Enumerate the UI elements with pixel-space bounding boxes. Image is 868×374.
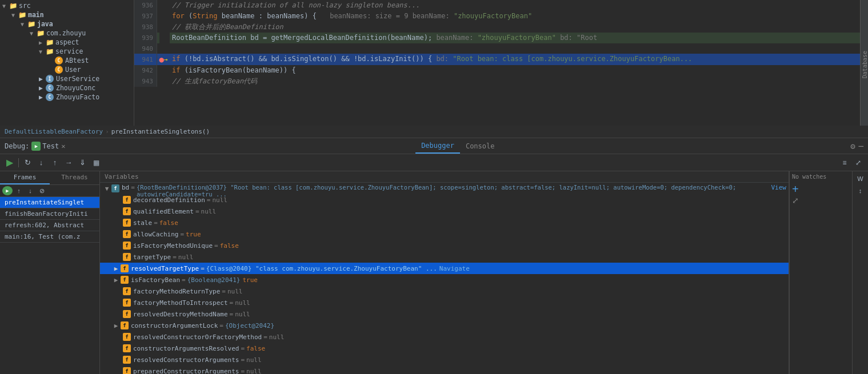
line-number-938: 938 bbox=[134, 22, 157, 33]
right-btn-2[interactable]: ↕ bbox=[855, 186, 866, 196]
tab-debugger[interactable]: Debugger bbox=[415, 138, 460, 154]
tree-java[interactable]: ▼ 📁 java bbox=[0, 19, 134, 29]
code-line-939: RootBeanDefinition bd = getMergedLocalBe… bbox=[170, 33, 860, 43]
var-resolvedConstructorOrFactoryMethod[interactable]: f resolvedConstructorOrFactoryMethod = n… bbox=[100, 331, 789, 343]
tree-com-zhouyu[interactable]: ▼ 📁 com.zhouyu bbox=[0, 29, 134, 38]
tree-src[interactable]: ▼ 📁 src bbox=[0, 1, 134, 10]
view-link[interactable]: View bbox=[771, 184, 787, 191]
tab-console[interactable]: Console bbox=[460, 138, 501, 154]
var-factoryMethodToIntrospect[interactable]: f factoryMethodToIntrospect = null bbox=[100, 297, 789, 308]
step-over-btn[interactable]: ↻ bbox=[21, 156, 34, 169]
right-sidebar[interactable]: Database bbox=[860, 0, 868, 126]
line-number-940: 940 bbox=[134, 43, 157, 54]
line-number-937: 937 bbox=[134, 11, 157, 22]
resume-btn[interactable]: ▶ bbox=[3, 156, 16, 169]
code-line-936: // Trigger initialization of all non-laz… bbox=[170, 0, 860, 11]
stack-frame-4[interactable]: main:16, Test (com.z bbox=[0, 231, 99, 243]
down-btn[interactable]: ↓ bbox=[25, 186, 35, 195]
var-isFactoryBean[interactable]: ▶ f isFactoryBean = {Boolean@2041} true bbox=[100, 274, 789, 285]
var-decoratedDefinition[interactable]: f decoratedDefinition = null bbox=[100, 194, 789, 206]
tree-service[interactable]: ▼ 📁 service bbox=[0, 47, 134, 56]
debug-content: Frames Threads ▶ ↑ ↓ ⊘ preInstantiateSin… bbox=[0, 171, 868, 374]
tree-aspect[interactable]: ▶ 📁 aspect bbox=[0, 38, 134, 47]
tree-zhouyufacto[interactable]: ▶ C ZhouyuFacto bbox=[0, 93, 134, 102]
var-resolvedTargetType[interactable]: ▶ f resolvedTargetType = {Class@2040} "c… bbox=[100, 263, 789, 274]
var-stale[interactable]: f stale = false bbox=[100, 217, 789, 228]
stack-frame-3[interactable]: refresh:602, Abstract bbox=[0, 220, 99, 231]
tree-main[interactable]: ▼ 📁 main bbox=[0, 10, 134, 19]
var-qualifiedElement[interactable]: f qualifiedElement = null bbox=[100, 206, 789, 217]
debug-label: Debug: bbox=[5, 142, 29, 150]
file-tree: ▼ 📁 src ▼ 📁 main ▼ 📁 java ▼ 📁 com.zhouyu… bbox=[0, 0, 134, 126]
debug-toolbar: ▶ ↻ ↓ ↑ → ⇓ ▦ ≡ ⤢ bbox=[0, 154, 868, 171]
watches-panel: No watches + ⤢ bbox=[789, 171, 852, 374]
var-resolvedDestroyMethodName[interactable]: f resolvedDestroyMethodName = null bbox=[100, 308, 789, 320]
debug-header: Debug: ▶ Test ✕ Debugger Console ⚙ ─ bbox=[0, 138, 868, 154]
code-line-943: // 生成factoryBean代码 bbox=[170, 76, 860, 87]
step-out-btn[interactable]: ↑ bbox=[49, 156, 61, 169]
var-preparedConstructorArguments[interactable]: f preparedConstructorArguments = null bbox=[100, 365, 789, 374]
debug-right-toolbar: W ↕ bbox=[852, 171, 868, 374]
navigate-link[interactable]: Navigate bbox=[439, 265, 470, 272]
var-targetType[interactable]: f targetType = null bbox=[100, 251, 789, 263]
line-number-943: 943 bbox=[134, 76, 157, 87]
minimize-btn[interactable]: ─ bbox=[859, 142, 863, 151]
watches-expand-btn[interactable]: ⤢ bbox=[792, 196, 799, 205]
code-line-937: for (String beanName : beanNames) { bean… bbox=[170, 11, 860, 22]
var-resolvedConstructorArguments[interactable]: f resolvedConstructorArguments = null bbox=[100, 354, 789, 365]
var-factoryMethodReturnType[interactable]: f factoryMethodReturnType = null bbox=[100, 285, 789, 297]
var-isFactoryMethodUnique[interactable]: f isFactoryMethodUnique = false bbox=[100, 240, 789, 251]
code-line-941: if (!bd.isAbstract() && bd.isSingleton()… bbox=[170, 54, 860, 65]
stack-frame-1[interactable]: preInstantiateSinglet bbox=[0, 197, 99, 208]
frames-panel: Frames Threads ▶ ↑ ↓ ⊘ preInstantiateSin… bbox=[0, 171, 100, 374]
force-step-into-btn[interactable]: ⇓ bbox=[76, 156, 89, 169]
debug-session-name[interactable]: Test bbox=[42, 142, 59, 150]
breadcrumb-bar: DefaultListableBeanFactory › preInstanti… bbox=[0, 126, 868, 138]
resume-small-btn[interactable]: ▶ bbox=[2, 186, 13, 195]
variables-panel: Variables ▼ f bd = {RootBeanDefinition@2… bbox=[100, 171, 789, 374]
frames-tab[interactable]: Frames bbox=[0, 171, 50, 184]
code-editor: 936 // Trigger initialization of all non… bbox=[134, 0, 860, 126]
right-btn-1[interactable]: W bbox=[855, 174, 866, 184]
stack-frame-2[interactable]: finishBeanFactoryIniti bbox=[0, 208, 99, 220]
line-number-939: 939 bbox=[134, 33, 157, 43]
debug-close-btn[interactable]: ✕ bbox=[61, 142, 65, 150]
breadcrumb-item-1[interactable]: DefaultListableBeanFactory bbox=[5, 128, 103, 135]
tree-zhouyuconc[interactable]: ▶ C ZhouyuConc bbox=[0, 83, 134, 93]
settings-btn[interactable]: ⚙ bbox=[850, 142, 855, 151]
var-bd-row[interactable]: ▼ f bd = {RootBeanDefinition@2037} "Root… bbox=[100, 183, 789, 194]
evaluate-btn[interactable]: ▦ bbox=[90, 156, 102, 169]
breadcrumb-item-2[interactable]: preInstantiateSingletons() bbox=[111, 128, 210, 135]
code-line-938: // 获取合并后的BeanDefinition bbox=[170, 22, 860, 33]
expand-btn[interactable]: ⤢ bbox=[852, 156, 865, 169]
run-to-cursor-btn[interactable]: → bbox=[62, 156, 75, 169]
debug-session-icon: ▶ bbox=[31, 142, 41, 151]
threads-tab[interactable]: Threads bbox=[50, 171, 99, 184]
add-watch-btn[interactable]: + bbox=[792, 183, 799, 195]
breadcrumb-separator: › bbox=[105, 128, 109, 135]
line-number-941: 941 bbox=[134, 54, 157, 65]
var-constructorArgumentsResolved[interactable]: f constructorArgumentsResolved = false bbox=[100, 343, 789, 354]
step-into-btn[interactable]: ↓ bbox=[35, 156, 47, 169]
line-number-936: 936 bbox=[134, 0, 157, 11]
code-line-942: if (isFactoryBean(beanName)) { bbox=[170, 65, 860, 76]
tree-userservice[interactable]: ▶ I UserService bbox=[0, 74, 134, 83]
line-number-942: 942 bbox=[134, 65, 157, 76]
var-constructorArgumentLock[interactable]: ▶ f constructorArgumentLock = {Object@20… bbox=[100, 320, 789, 331]
var-allowCaching[interactable]: f allowCaching = true bbox=[100, 228, 789, 240]
tree-abtest[interactable]: C ABtest bbox=[0, 56, 134, 65]
up-btn[interactable]: ↑ bbox=[14, 186, 24, 195]
extra-btn[interactable]: ≡ bbox=[838, 156, 851, 169]
tree-user[interactable]: C User bbox=[0, 65, 134, 74]
variables-header: Variables bbox=[100, 171, 789, 183]
filter-btn[interactable]: ⊘ bbox=[37, 186, 47, 195]
code-line-940 bbox=[170, 43, 860, 54]
debug-panel: Debug: ▶ Test ✕ Debugger Console ⚙ ─ ▶ ↻… bbox=[0, 138, 868, 374]
